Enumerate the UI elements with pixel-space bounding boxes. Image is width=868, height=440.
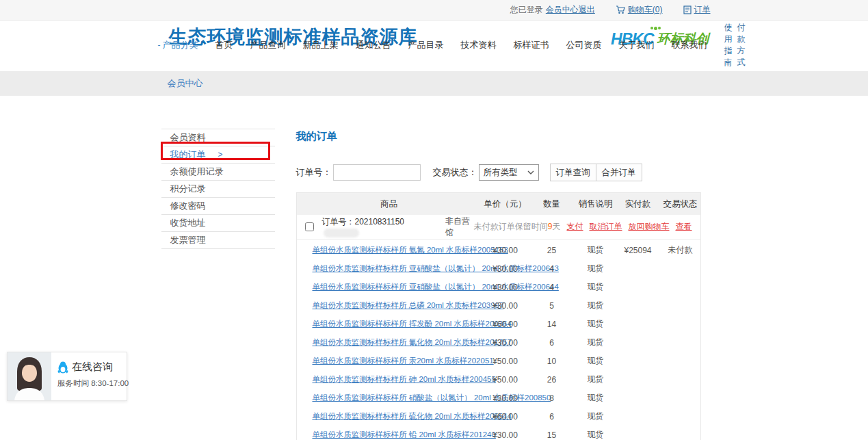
- cart-link[interactable]: 购物车(0): [628, 4, 663, 16]
- product-link[interactable]: 单组份水质监测标样标样所 汞20ml 水质标样202051: [313, 357, 494, 365]
- sales-note-cell: 现货: [575, 411, 617, 422]
- sales-note-cell: 现货: [575, 355, 617, 367]
- price-cell: ¥60.00: [482, 320, 529, 329]
- orders-panel: 我的订单 订单号： 交易状态： 所有类型 订单查询 合并订单 商品单价（元）数量…: [296, 130, 701, 440]
- order-list-icon: [683, 5, 692, 14]
- status-cell: 未付款: [659, 244, 702, 256]
- nav-item-10[interactable]: 关于我们: [619, 39, 655, 51]
- nav-item-4[interactable]: 新品上架: [303, 39, 339, 51]
- sales-note-cell: 现货: [575, 429, 617, 440]
- chat-info: 在线咨询 服务时间 8:30-17:00: [51, 352, 129, 400]
- order-filter-bar: 订单号： 交易状态： 所有类型 订单查询 合并订单: [296, 164, 701, 181]
- chevron-down-icon: [527, 170, 534, 174]
- table-row: 单组份水质监测标样标样所 总磷 20ml 水质标样203997¥30.005现货: [297, 296, 700, 315]
- sidebar-item-2[interactable]: 我的订单>: [161, 146, 275, 164]
- sales-note-cell: 现货: [575, 392, 617, 404]
- nav-item-3[interactable]: 产品查询: [250, 39, 286, 51]
- product-cell: 单组份水质监测标样标样所 亚硝酸盐（以氮计） 20ml 水质标样200644: [297, 282, 482, 292]
- table-header-col-4: 销售说明: [575, 198, 617, 210]
- nav-item-8[interactable]: 标样证书: [514, 39, 549, 51]
- price-cell: ¥30.00: [482, 246, 529, 255]
- sales-note-cell: 现货: [575, 374, 617, 385]
- status-select[interactable]: 所有类型: [479, 164, 539, 181]
- qty-cell: 26: [529, 375, 575, 385]
- order-action-2[interactable]: 取消订单: [590, 221, 622, 233]
- order-action-1[interactable]: 支付: [567, 221, 583, 233]
- chat-title[interactable]: 在线咨询: [72, 361, 113, 374]
- breadcrumb[interactable]: 会员中心: [158, 71, 711, 96]
- table-row: 单组份水质监测标样标样所 氰化物 20ml 水质标样201757¥30.006现…: [297, 333, 700, 352]
- table-row: 单组份水质监测标样标样所 氨氮 20ml 水质标样2005153¥30.0025…: [297, 241, 700, 259]
- qty-cell: 10: [529, 357, 575, 366]
- product-link[interactable]: 单组份水质监测标样标样所 氨氮 20ml 水质标样2005153: [313, 246, 508, 254]
- product-cell: 单组份水质监测标样标样所 砷 20ml 水质标样200455: [297, 374, 482, 385]
- order-no-text: 订单号：20210831150: [322, 216, 426, 237]
- table-header-col-1: 商品: [297, 198, 482, 210]
- price-cell: ¥50.00: [482, 357, 529, 366]
- agent-avatar: [8, 352, 51, 400]
- nav-right-link-2[interactable]: 付款方式: [737, 22, 746, 68]
- table-row: 单组份水质监测标样标样所 挥发酚 20ml 水质标样200364¥60.0014…: [297, 315, 700, 333]
- online-chat-widget[interactable]: 在线咨询 服务时间 8:30-17:00: [7, 352, 127, 401]
- product-link[interactable]: 单组份水质监测标样标样所 砷 20ml 水质标样200455: [313, 375, 496, 383]
- merge-orders-button[interactable]: 合并订单: [596, 164, 642, 181]
- nav-right-links: 使用指南付款方式: [724, 22, 746, 68]
- qty-cell: 5: [529, 301, 575, 311]
- sales-note-cell: 现货: [575, 337, 617, 348]
- sidebar-item-arrow: >: [218, 150, 223, 159]
- price-cell: ¥50.00: [482, 375, 529, 385]
- nav-item-11[interactable]: 联系我们: [672, 39, 707, 51]
- order-action-4[interactable]: 查看: [676, 221, 692, 233]
- table-header-col-6: 交易状态: [659, 198, 702, 210]
- sidebar-item-4[interactable]: 积分记录: [161, 181, 275, 198]
- sidebar-item-6[interactable]: 收货地址: [161, 215, 275, 232]
- table-row: 单组份水质监测标样标样所 铅 20ml 水质标样201240¥30.0015现货: [297, 426, 700, 440]
- sidebar-item-5[interactable]: 修改密码: [161, 198, 275, 215]
- order-actions: 未付款订单保留时间9天 支付取消订单放回购物车查看: [474, 221, 692, 233]
- nav-item-6[interactable]: 产品目录: [408, 39, 444, 51]
- status-select-value: 所有类型: [484, 167, 518, 179]
- status-label: 交易状态：: [433, 166, 477, 179]
- qty-cell: 6: [529, 412, 575, 422]
- nav-item-7[interactable]: 技术资料: [461, 39, 497, 51]
- sidebar-item-7[interactable]: 发票管理: [161, 232, 275, 249]
- order-items: 单组份水质监测标样标样所 氨氮 20ml 水质标样2005153¥30.0025…: [297, 240, 700, 440]
- table-header-col-3: 数量: [529, 198, 575, 210]
- orders-link[interactable]: 订单: [694, 4, 711, 16]
- price-cell: ¥30.00: [482, 264, 529, 274]
- order-no-input[interactable]: [333, 164, 421, 181]
- sidebar-item-1[interactable]: 会员资料: [161, 129, 275, 146]
- nav-item-1[interactable]: -产品分类: [158, 39, 198, 51]
- top-utility-bar: 您已登录 会员中心退出 购物车(0) 订单: [0, 0, 868, 21]
- product-link[interactable]: 单组份水质监测标样标样所 总磷 20ml 水质标样203997: [313, 301, 504, 309]
- site-header: 生态环境监测标准样品资源库 HBKC 环标科创 -产品分类首页产品查询新品上架通…: [0, 21, 868, 71]
- nav-item-9[interactable]: 公司资质: [566, 39, 602, 51]
- content-area: 会员资料我的订单>余额使用记录积分记录修改密码收货地址发票管理 我的订单 订单号…: [0, 96, 868, 440]
- table-header-col-5: 实付款: [617, 198, 659, 210]
- table-row: 单组份水质监测标样标样所 硝酸盐（以氮计） 20ml 水质标样200850¥30…: [297, 389, 700, 407]
- keep-note: 未付款订单保留时间9天: [474, 221, 561, 233]
- sales-note-cell: 现货: [575, 263, 617, 274]
- breadcrumb-bar: 会员中心: [0, 71, 868, 96]
- product-link[interactable]: 单组份水质监测标样标样所 铅 20ml 水质标样201240: [313, 430, 496, 439]
- orders-group[interactable]: 订单: [683, 4, 711, 16]
- page-title: 我的订单: [296, 130, 701, 143]
- product-cell: 单组份水质监测标样标样所 氰化物 20ml 水质标样201757: [297, 337, 482, 348]
- sidebar-item-3[interactable]: 余额使用记录: [161, 164, 275, 181]
- qty-cell: 6: [529, 338, 575, 348]
- product-cell: 单组份水质监测标样标样所 总磷 20ml 水质标样203997: [297, 300, 482, 311]
- cart-group[interactable]: 购物车(0): [616, 4, 663, 16]
- order-select-checkbox[interactable]: [305, 222, 314, 231]
- nav-right-link-1[interactable]: 使用指南: [724, 22, 733, 68]
- order-action-3[interactable]: 放回购物车: [629, 221, 670, 233]
- sales-note-cell: 现货: [575, 281, 617, 293]
- product-cell: 单组份水质监测标样标样所 硝酸盐（以氮计） 20ml 水质标样200850: [297, 393, 482, 403]
- nav-item-2[interactable]: 首页: [215, 39, 233, 51]
- nav-item-5[interactable]: 通知公告: [356, 39, 391, 51]
- qty-cell: 25: [529, 246, 575, 255]
- member-center-logout-link[interactable]: 会员中心退出: [546, 4, 595, 16]
- chat-hours: 服务时间 8:30-17:00: [57, 378, 129, 389]
- orders-table: 商品单价（元）数量销售说明实付款交易状态 订单号：20210831150 非自营…: [296, 192, 701, 440]
- paid-cell: ¥25094: [617, 246, 659, 255]
- order-search-button[interactable]: 订单查询: [550, 164, 596, 181]
